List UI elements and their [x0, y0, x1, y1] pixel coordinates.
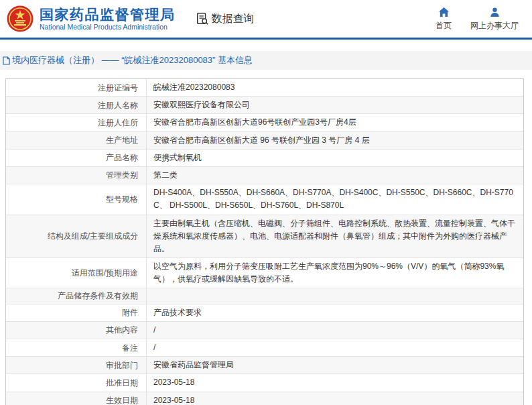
row-label: 型号规格 [6, 184, 147, 214]
row-product-name: 产品名称 便携式制氧机 [6, 150, 523, 167]
nav-home-label: 首页 [436, 20, 452, 32]
row-value: 2023-05-18 [147, 392, 523, 405]
row-production-address: 生产地址 安徽省合肥市高新区创新大道 96 号联创产业园 3 号厂房 4 层 [6, 132, 523, 150]
row-other-content: 其他内容 / [6, 322, 523, 339]
nav-home[interactable]: 首页 [436, 7, 452, 32]
row-value: 主要由制氧主机（含压缩机、电磁阀、分子筛组件、电路控制系统、散热装置、流量控制装… [147, 215, 523, 258]
row-label: 批准日期 [6, 374, 147, 391]
row-structure-composition: 结构及组成/主要组成成分 主要由制氧主机（含压缩机、电磁阀、分子筛组件、电路控制… [6, 215, 523, 259]
nav-online-service-hall[interactable]: 网上办事大厅 [470, 7, 519, 32]
row-value: 皖械注准20232080083 [147, 79, 523, 96]
page-title: 境内医疗器械（注册） —— “皖械注准20232080083” 基本信息 [12, 54, 253, 66]
nav-online-service-hall-label: 网上办事大厅 [470, 20, 519, 32]
row-label: 结构及组成/主要组成成分 [6, 215, 147, 258]
row-value: 产品技术要求 [147, 304, 523, 321]
row-value: 便携式制氧机 [147, 150, 523, 166]
org-name-cn: 国家药品监督管理局 [40, 7, 176, 22]
nmpa-emblem-logo [7, 5, 34, 32]
org-title-block: 国家药品监督管理局 National Medical Products Admi… [40, 7, 176, 32]
row-approval-department: 审批部门 安徽省药品监督管理局 [6, 357, 523, 374]
row-value: 安徽双熙医疗设备有限公司 [147, 97, 523, 113]
site-header: 国家药品监督管理局 National Medical Products Admi… [0, 0, 532, 40]
data-query-label: 数据查询 [212, 12, 255, 26]
row-value: / [147, 322, 523, 339]
row-label: 附件 [6, 304, 147, 321]
row-value: 以空气为原料，利用分子筛变压吸附工艺生产氧浓度范围为90%～96%（V/V）的氧… [147, 258, 523, 288]
row-approval-date: 批准日期 2023-05-18 [6, 374, 523, 392]
row-remarks: 备注 / [6, 339, 523, 357]
row-value: / [147, 339, 523, 356]
row-value: DH-S400A、DH-S550A、DH-S660A、DH-S770A、DH-S… [147, 184, 523, 214]
row-label: 注册人住所 [6, 114, 147, 131]
row-label: 注册证编号 [6, 79, 147, 96]
header-nav: 首页 网上办事大厅 [436, 7, 519, 32]
row-value: 第二类 [147, 167, 523, 184]
data-query-icon [196, 12, 209, 25]
row-label: 生产地址 [6, 132, 147, 149]
row-attachments: 附件 产品技术要求 [6, 304, 523, 322]
registration-info-table: 注册证编号 皖械注准20232080083 注册人名称 安徽双熙医疗设备有限公司… [5, 78, 524, 405]
row-label: 产品名称 [6, 150, 147, 166]
row-value: 安徽省药品监督管理局 [147, 357, 523, 373]
row-effective-date: 生效日期 2023-05-18 [6, 392, 523, 405]
row-model-specs: 型号规格 DH-S400A、DH-S550A、DH-S660A、DH-S770A… [6, 184, 523, 215]
row-label: 管理类别 [6, 167, 147, 184]
row-storage-conditions: 产品储存条件及有效期 [6, 288, 523, 304]
row-registrant-address: 注册人住所 安徽省合肥市高新区创新大道96号联创产业园3号厂房4层 [6, 114, 523, 131]
row-intended-use: 适用范围/预期用途 以空气为原料，利用分子筛变压吸附工艺生产氧浓度范围为90%～… [6, 258, 523, 288]
page-title-bar: 境内医疗器械（注册） —— “皖械注准20232080083” 基本信息 [0, 51, 532, 70]
person-icon [489, 7, 501, 18]
row-value: 2023-05-18 [147, 374, 523, 391]
row-label: 审批部门 [6, 357, 147, 373]
document-icon [3, 56, 10, 65]
row-value [147, 288, 523, 303]
row-label: 产品储存条件及有效期 [6, 288, 147, 303]
row-label: 生效日期 [6, 392, 147, 405]
org-name-en: National Medical Products Administration [40, 23, 176, 32]
row-registrant-name: 注册人名称 安徽双熙医疗设备有限公司 [6, 97, 523, 114]
row-label: 注册人名称 [6, 97, 147, 113]
row-label: 备注 [6, 339, 147, 356]
row-label: 其他内容 [6, 322, 147, 339]
row-value: 安徽省合肥市高新区创新大道96号联创产业园3号厂房4层 [147, 114, 523, 131]
row-label: 适用范围/预期用途 [6, 258, 147, 288]
row-value: 安徽省合肥市高新区创新大道 96 号联创产业园 3 号厂房 4 层 [147, 132, 523, 149]
row-management-class: 管理类别 第二类 [6, 167, 523, 184]
row-reg-cert-number: 注册证编号 皖械注准20232080083 [6, 79, 523, 97]
data-query-section: 数据查询 [196, 12, 255, 26]
home-icon [438, 7, 450, 18]
